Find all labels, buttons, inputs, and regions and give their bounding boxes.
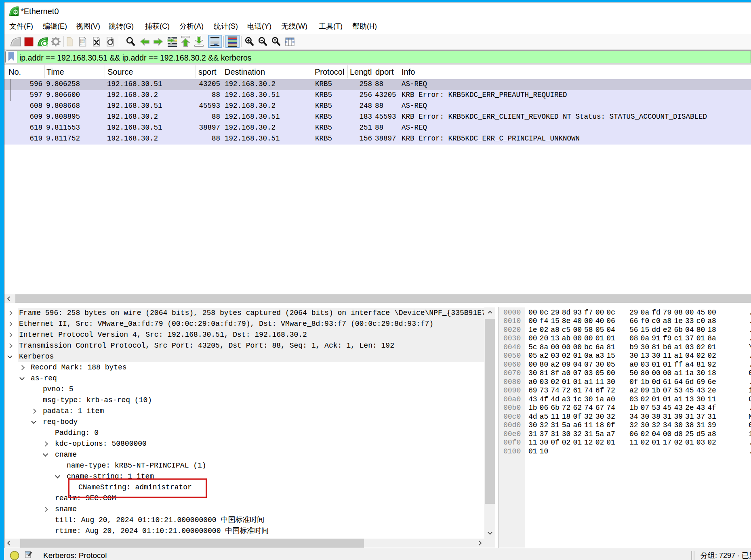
svg-text:0111: 0111 [80, 43, 85, 45]
